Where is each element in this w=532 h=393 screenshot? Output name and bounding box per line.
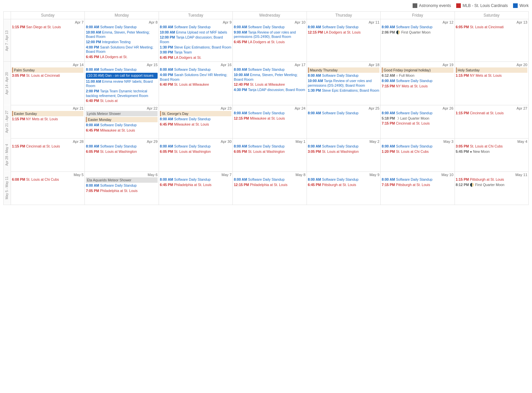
calendar-event[interactable]: 7:15 PM Pittsburgh at St. Louis — [382, 183, 453, 187]
calendar-event[interactable]: 12:00 PM Tanja LDAP discussion; Board Ro… — [160, 35, 231, 44]
calendar-event[interactable]: 6:08 PM St. Louis at Chi Cubs — [12, 177, 83, 182]
calendar-event[interactable]: 5:18 PM ☽ Last Quarter Moon — [382, 116, 453, 121]
calendar-event[interactable]: 7:15 PM Cincinnati at St. Louis — [382, 121, 453, 126]
calendar-event[interactable]: 4:30 PM Tanja LDAP discussion; Board Roo… — [234, 88, 305, 92]
event-time: 8:00 AM — [308, 177, 322, 181]
calendar-event[interactable]: 8:00 AM Software Daily Standup — [234, 144, 305, 149]
event-name: St. Louis at Chi Cubs — [396, 149, 429, 153]
event-name: NY Mets at St. Louis — [396, 84, 428, 88]
day-column-header: Saturday — [455, 12, 528, 19]
calendar-event[interactable]: 1:15 PM Cincinnati at St. Louis — [12, 144, 83, 149]
calendar-event[interactable]: 8:00 AM Software Daily Standup — [160, 117, 231, 122]
calendar-event[interactable]: 11:00 AM Emma review NRF labels; Board R… — [86, 79, 157, 88]
calendar-event[interactable]: 8:00 AM Software Daily Standup — [308, 177, 379, 182]
day-number: Apr 21 — [12, 106, 83, 110]
legend-label: MLB - St. Louis Cardinals — [463, 3, 508, 8]
calendar-event[interactable]: 8:00 AM Software Daily Standup — [86, 25, 157, 30]
calendar-event[interactable]: 6:45 PM Philadelphia at St. Louis — [160, 183, 231, 187]
calendar-event[interactable]: 6:05 PM St. Louis at Cincinnati — [456, 25, 527, 30]
calendar-event[interactable]: 7:15 PM NY Mets at St. Louis — [382, 84, 453, 89]
legend-color — [413, 3, 417, 8]
calendar-event[interactable]: 3:05 PM St. Louis at Washington — [308, 149, 379, 154]
calendar-event[interactable]: 8:00 AM Software Daily Standup — [160, 25, 231, 30]
calendar-event[interactable]: 8:00 AM Software Daily Standup — [86, 183, 157, 188]
calendar-event[interactable]: 6:45 PM LA Dodgers at St. — [86, 55, 157, 59]
calendar-event[interactable]: 5:45 PM ● New Moon — [456, 149, 527, 154]
calendar-event[interactable]: 6:05 PM St. Louis at Washington — [86, 149, 157, 154]
calendar-event[interactable]: 3:05 PM St. Louis at Chi Cubs — [456, 144, 527, 149]
calendar-event[interactable]: 8:00 AM Software Daily Standup — [308, 73, 379, 78]
calendar-event[interactable]: 8:00 AM Software Daily Standup — [160, 177, 231, 182]
event-time: 8:00 AM — [234, 144, 248, 148]
calendar-day: Apr 271:15 PM Cincinnati at St. Louis — [455, 105, 528, 138]
calendar-event[interactable]: 12:00 PM Integration Testing — [86, 40, 157, 45]
calendar-event[interactable]: 8:00 AM Software Daily Standup — [160, 144, 231, 149]
calendar-event[interactable]: 1:15 PM NY Mets at St. Louis — [456, 73, 527, 78]
calendar-event[interactable]: 6:45 PM LA Dodgers at St. Louis — [234, 40, 305, 45]
legend-color — [513, 3, 518, 8]
calendar-event[interactable]: 6:45 PM LA Dodgers at St. — [160, 55, 231, 60]
calendar-event[interactable]: 12:40 PM St. Louis at Milwaukee — [234, 82, 305, 87]
calendar-event[interactable]: 8:00 AM Software Daily Standup — [382, 25, 453, 30]
calendar-event[interactable]: 10:00 AM Emma, Steven, Peter Meeting; Bo… — [234, 73, 305, 82]
calendar-event[interactable]: 8:00 AM Software Daily Standup — [86, 67, 157, 72]
calendar-event[interactable]: 6:05 PM St. Louis at Washington — [234, 149, 305, 154]
calendar-event[interactable]: 1:15 PM Cincinnati at St. Louis — [456, 111, 527, 116]
calendar-event[interactable]: 8:00 AM Software Daily Standup — [86, 123, 157, 128]
day-number: May 10 — [382, 173, 453, 177]
calendar-event[interactable]: 6:05 PM St. Louis at Washington — [160, 149, 231, 154]
calendar-event[interactable]: 8:00 AM Software Daily Standup — [234, 111, 305, 116]
calendar-event[interactable]: 8:00 AM Software Daily Standup — [308, 111, 379, 116]
calendar-event[interactable]: 9:00 AM Tanja Review of user roles and p… — [234, 30, 305, 39]
calendar-event[interactable]: 1:20 PM St. Louis at Chi Cubs — [382, 149, 453, 154]
calendar-event[interactable]: 8:00 AM Software Daily Standup — [382, 177, 453, 182]
calendar-event[interactable]: 2:00 PM Tanja Team Dynamic technical bac… — [86, 89, 157, 98]
calendar-event[interactable]: 10:00 AM Tanja Review of user roles and … — [308, 79, 379, 88]
calendar-event[interactable]: 10:00 AM Emma, Steven, Peter Meeting; Bo… — [86, 30, 157, 39]
calendar-event[interactable]: 8:00 AM Software Daily Standup — [382, 79, 453, 83]
calendar-event[interactable]: 1:15 PM San Diego at St. Louis — [12, 25, 83, 30]
calendar-event[interactable]: 4:00 PM Sarah Solutions Dev/ HR Meeting;… — [86, 45, 157, 54]
calendar-event[interactable]: 1:30 PM Steve Epic Estimations; Board Ro… — [160, 45, 231, 50]
calendar-event[interactable]: 1:30 PM Steve Epic Estimations; Board Ro… — [308, 88, 379, 93]
calendar-event[interactable]: 8:12 PM 🌓 First Quarter Moon — [456, 183, 527, 187]
event-name: Tanja LDAP discussion; Board Room — [248, 88, 305, 92]
calendar-event[interactable]: 8:00 AM Software Daily Standup — [308, 25, 379, 30]
calendar-event[interactable]: 6:40 PM St. Louis at Milwaukee — [160, 82, 231, 87]
calendar-day: Apr 21Easter Sunday1:15 PM NY Mets at St… — [11, 105, 85, 138]
calendar-event[interactable]: 8:00 AM Software Daily Standup — [382, 144, 453, 149]
calendar-event[interactable]: 8:00 AM Software Daily Standup — [234, 67, 305, 72]
calendar-event[interactable]: 7:05 PM Philadelphia at St. Louis — [86, 189, 157, 193]
calendar-event[interactable]: 6:45 PM Milwaukee at St. Louis — [86, 128, 157, 133]
calendar-event[interactable]: 6:45 PM Milwaukee at St. Louis — [160, 122, 231, 127]
calendar-event[interactable]: 6:45 PM Pittsburgh at St. Louis — [308, 183, 379, 187]
calendar-event[interactable]: 12:15 PM Milwaukee at St. Louis — [234, 116, 305, 121]
calendar-event[interactable]: 3:05 PM St. Louis at Cincinnati — [12, 73, 83, 78]
calendar-event[interactable]: 1:15 PM Pittsburgh at St. Louis — [456, 177, 527, 182]
calendar-event[interactable]: 12:15 PM Philadelphia at St. Louis — [234, 183, 305, 187]
calendar-event[interactable]: 8:00 AM Software Daily Standup — [308, 144, 379, 149]
day-number: May 1 — [234, 140, 305, 144]
calendar-event[interactable]: 8:00 AM Software Daily Standup — [234, 177, 305, 182]
calendar-event[interactable]: 4:00 PM Sarah Solutions Dev/ HR Meeting;… — [160, 73, 231, 82]
holiday-banner: Easter Monday — [86, 117, 157, 122]
event-time: 6:12 AM — [382, 73, 396, 77]
calendar-event[interactable]: 10:00 AM Emma Upload rest of NRF labels — [160, 30, 231, 35]
holiday-banner: Palm Sunday — [12, 67, 83, 73]
calendar-event[interactable]: 3:00 PM Tanja Team — [160, 50, 231, 55]
calendar-event[interactable]: 8:00 AM Software Daily Standup — [382, 111, 453, 116]
calendar-event[interactable]: 8:00 AM Software Daily Standup — [160, 67, 231, 72]
event-time: 1:30 PM — [160, 45, 174, 49]
calendar-day: Apr 308:00 AM Software Daily Standup6:05… — [159, 138, 232, 171]
calendar-event[interactable]: 6:12 AM ○ Full Moon — [382, 73, 453, 78]
calendar-event[interactable]: 8:00 AM Software Daily Standup — [234, 25, 305, 30]
event-time: 1:15 PM — [456, 73, 470, 77]
calendar-event[interactable]: 8:00 AM Software Daily Standup — [86, 144, 157, 149]
calendar-event[interactable]: 6:40 PM St. Louis at — [86, 99, 157, 103]
calendar-event[interactable]: 2:06 PM 🌓 First Quarter Moon — [382, 30, 453, 35]
calendar-event[interactable]: 1:15 PM NY Mets at St. Louis — [12, 117, 83, 122]
week-row: Apr 7 - Apr 13Apr 71:15 PM San Diego at … — [4, 19, 529, 62]
calendar-event[interactable]: 12:15 PM LA Dodgers at St. Louis — [308, 30, 379, 35]
calendar-event[interactable]: (10:30 AM) Dan - on call for support iss… — [86, 73, 157, 79]
calendar-day: Apr 268:00 AM Software Daily Standup5:18… — [381, 105, 455, 138]
